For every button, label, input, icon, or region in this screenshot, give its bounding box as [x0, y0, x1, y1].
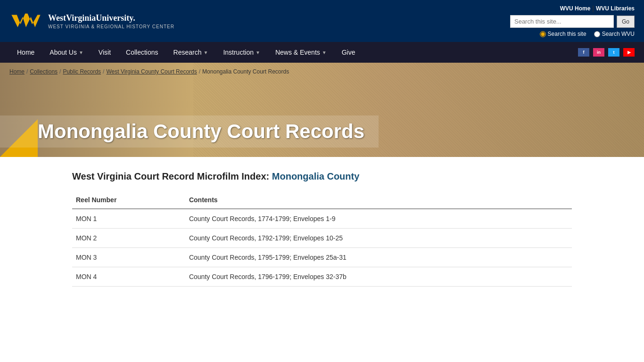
column-contents: Contents	[185, 191, 572, 209]
table-row: MON 2County Court Records, 1792-1799; En…	[72, 229, 572, 248]
breadcrumb-wv-court-records[interactable]: West Virginia County Court Records	[106, 68, 197, 75]
nav-left: Home About Us ▼ Visit Collections Resear…	[9, 42, 363, 63]
about-us-arrow: ▼	[79, 50, 83, 55]
subtitle-prefix: West Virginia Court Record Microfilm Ind…	[72, 171, 272, 181]
wvu-libraries-link[interactable]: WVU Libraries	[596, 5, 635, 12]
monongalia-county-link[interactable]: Monongalia County	[272, 171, 360, 181]
nav-give[interactable]: Give	[334, 42, 363, 63]
nav-about-us[interactable]: About Us ▼	[42, 42, 91, 63]
nav-home[interactable]: Home	[9, 42, 42, 63]
nav-collections[interactable]: Collections	[118, 42, 165, 63]
instagram-link[interactable]: in	[593, 48, 604, 57]
hero-title-area: Monongalia County Court Records	[0, 115, 379, 148]
main-nav: Home About Us ▼ Visit Collections Resear…	[0, 42, 644, 63]
nav-research[interactable]: Research ▼	[166, 42, 216, 63]
main-content: West Virginia Court Record Microfilm Ind…	[63, 157, 581, 301]
site-title: WestVirginiaUniversity. WEST VIRGINIA & …	[48, 13, 174, 29]
breadcrumb-current: Monongalia County Court Records	[202, 68, 289, 75]
search-site-option[interactable]: Search this site	[540, 31, 586, 37]
news-events-arrow: ▼	[322, 50, 327, 55]
search-input[interactable]	[510, 15, 614, 28]
header-right-panel: WVU Home | WVU Libraries Go Search this …	[510, 5, 635, 37]
cell-reel-number: MON 3	[72, 248, 185, 267]
search-options: Search this site Search WVU	[540, 31, 635, 37]
breadcrumb-public-records[interactable]: Public Records	[63, 68, 101, 75]
search-wvu-option[interactable]: Search WVU	[594, 31, 635, 37]
hero-section: Home / Collections / Public Records / We…	[0, 63, 644, 157]
cell-contents: County Court Records, 1795-1799; Envelop…	[185, 248, 572, 267]
youtube-link[interactable]: ▶	[623, 48, 635, 57]
cell-contents: County Court Records, 1796-1799; Envelop…	[185, 267, 572, 287]
column-reel-number: Reel Number	[72, 191, 185, 209]
table-row: MON 3County Court Records, 1795-1799; En…	[72, 248, 572, 267]
cell-contents: County Court Records, 1774-1799; Envelop…	[185, 209, 572, 229]
cell-reel-number: MON 4	[72, 267, 185, 287]
twitter-link[interactable]: t	[608, 48, 619, 57]
cell-contents: County Court Records, 1792-1799; Envelop…	[185, 229, 572, 248]
breadcrumb-collections[interactable]: Collections	[30, 68, 58, 75]
research-arrow: ▼	[203, 50, 208, 55]
cell-reel-number: MON 1	[72, 209, 185, 229]
instruction-arrow: ▼	[256, 50, 260, 55]
wvu-home-link[interactable]: WVU Home	[560, 5, 591, 12]
nav-instruction[interactable]: Instruction ▼	[215, 42, 268, 63]
page-title: Monongalia County Court Records	[38, 120, 364, 143]
logo-area: WestVirginiaUniversity. WEST VIRGINIA & …	[9, 8, 174, 34]
nav-visit[interactable]: Visit	[91, 42, 118, 63]
header: WestVirginiaUniversity. WEST VIRGINIA & …	[0, 0, 644, 63]
table-row: MON 4County Court Records, 1796-1799; En…	[72, 267, 572, 287]
link-separator: |	[592, 5, 594, 12]
search-button[interactable]: Go	[617, 16, 635, 28]
nav-social-links: f in t ▶	[578, 48, 635, 57]
breadcrumb: Home / Collections / Public Records / We…	[9, 68, 289, 75]
site-subtitle: WEST VIRGINIA & REGIONAL HISTORY CENTER	[48, 24, 174, 29]
breadcrumb-home[interactable]: Home	[9, 68, 25, 75]
page-subtitle: West Virginia Court Record Microfilm Ind…	[72, 171, 572, 182]
wvu-logo	[9, 8, 42, 34]
cell-reel-number: MON 2	[72, 229, 185, 248]
header-external-links: WVU Home | WVU Libraries	[560, 5, 635, 12]
facebook-link[interactable]: f	[578, 48, 589, 57]
search-row: Go	[510, 15, 635, 28]
table-row: MON 1County Court Records, 1774-1799; En…	[72, 209, 572, 229]
nav-news-events[interactable]: News & Events ▼	[268, 42, 334, 63]
microfilm-table: Reel Number Contents MON 1County Court R…	[72, 191, 572, 287]
